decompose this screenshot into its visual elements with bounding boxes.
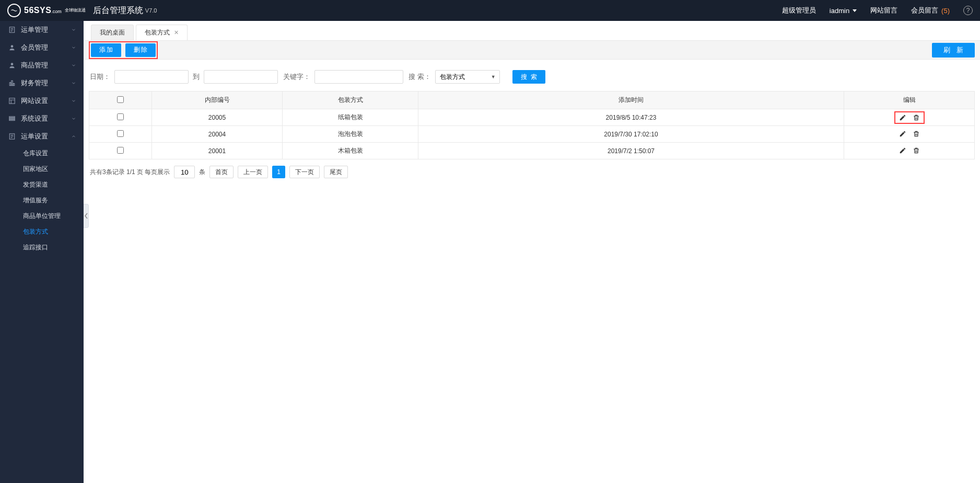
row-checkbox[interactable] (117, 130, 124, 137)
chevron-down-icon (71, 97, 76, 105)
trash-icon[interactable] (912, 146, 920, 155)
col-header-type: 包装方式 (283, 91, 418, 109)
filter-bar: 日期： 到 关键字： 搜 索： 包装方式 搜 索 (84, 60, 980, 91)
table-row: 20005纸箱包装2019/8/5 10:47:23 (89, 109, 975, 126)
header-site-msg[interactable]: 网站留言 (870, 6, 897, 15)
page-first-button[interactable]: 首页 (209, 166, 234, 178)
row-checkbox[interactable] (117, 147, 124, 154)
row-actions (899, 146, 920, 155)
logo-mark-icon (7, 4, 21, 17)
close-icon[interactable]: ✕ (174, 29, 179, 36)
tab-label: 我的桌面 (100, 28, 125, 37)
sidebar-item-1[interactable]: 会员管理 (0, 39, 84, 56)
tab-0[interactable]: 我的桌面 (91, 25, 134, 40)
app-header: 56SYS.com 全球物流通 后台管理系统 V7.0 超级管理员 iadmin… (0, 0, 980, 21)
page-current-button[interactable]: 1 (272, 166, 285, 178)
add-button[interactable]: 添加 (91, 43, 121, 57)
table-row: 20001木箱包装2019/7/2 1:50:07 (89, 143, 975, 159)
cell-type: 木箱包装 (283, 143, 418, 159)
date-from-input[interactable] (114, 70, 189, 84)
highlighted-action-group: 添加 删除 (89, 41, 158, 59)
sidebar-subitem-1[interactable]: 国家地区 (0, 161, 84, 177)
header-user-menu[interactable]: iadmin (830, 7, 857, 15)
app-title: 后台管理系统 (93, 5, 143, 16)
date-to-label: 到 (193, 72, 200, 82)
pagination-summary: 共有3条记录 1/1 页 每页展示 (90, 168, 170, 177)
edit-icon[interactable] (899, 113, 907, 122)
keyword-input[interactable] (314, 70, 403, 84)
sidebar-item-4[interactable]: 网站设置 (0, 92, 84, 110)
svg-rect-3 (9, 98, 15, 104)
row-checkbox[interactable] (117, 113, 124, 120)
chevron-down-icon (71, 26, 76, 34)
sidebar-item-label: 商品管理 (21, 61, 48, 70)
cell-type: 纸箱包装 (283, 109, 418, 126)
sidebar-subitem-6[interactable]: 追踪接口 (0, 239, 84, 255)
nav-icon (7, 79, 17, 87)
cell-id: 20001 (152, 143, 283, 159)
date-to-input[interactable] (204, 70, 278, 84)
sidebar-item-6[interactable]: 运单设置 (0, 128, 84, 145)
sidebar-item-0[interactable]: 运单管理 (0, 21, 84, 39)
sidebar-item-label: 会员管理 (21, 43, 48, 52)
chevron-down-icon (71, 62, 76, 70)
cell-id: 20004 (152, 126, 283, 143)
sidebar-item-label: 财务管理 (21, 78, 48, 88)
select-all-checkbox[interactable] (117, 96, 124, 103)
nav-icon (7, 26, 17, 33)
sidebar-item-5[interactable]: 系统设置 (0, 110, 84, 128)
sidebar-item-label: 运单管理 (21, 25, 48, 34)
nav-icon (7, 133, 17, 140)
date-label: 日期： (90, 72, 110, 82)
cell-time: 2019/8/5 10:47:23 (418, 109, 844, 126)
page-last-button[interactable]: 尾页 (324, 166, 348, 178)
chevron-down-icon (71, 79, 76, 87)
table-row: 20004泡泡包装2019/7/30 17:02:10 (89, 126, 975, 143)
trash-icon[interactable] (912, 113, 920, 122)
svg-point-2 (11, 63, 14, 65)
svg-rect-5 (9, 118, 15, 119)
sidebar-subitem-0[interactable]: 仓库设置 (0, 145, 84, 161)
sidebar: 运单管理会员管理商品管理财务管理网站设置系统设置运单设置 仓库设置国家地区发货渠… (0, 21, 84, 483)
search-field-label: 搜 索： (409, 72, 431, 82)
search-button[interactable]: 搜 索 (512, 70, 545, 84)
edit-icon[interactable] (899, 146, 907, 155)
sidebar-item-2[interactable]: 商品管理 (0, 56, 84, 74)
trash-icon[interactable] (912, 130, 920, 138)
sidebar-subitem-5[interactable]: 包装方式 (0, 224, 84, 239)
edit-icon[interactable] (899, 130, 907, 138)
header-member-msg[interactable]: 会员留言 (5) (911, 6, 950, 15)
logo-domain: .com (51, 9, 62, 14)
brand-logo: 56SYS.com 全球物流通 (7, 4, 86, 17)
page-prev-button[interactable]: 上一页 (238, 166, 268, 178)
svg-rect-4 (9, 117, 15, 118)
help-icon[interactable]: ? (963, 6, 973, 15)
pagination: 共有3条记录 1/1 页 每页展示 条 首页 上一页 1 下一页 尾页 (84, 159, 980, 185)
sidebar-subitem-4[interactable]: 商品单位管理 (0, 208, 84, 224)
refresh-button[interactable]: 刷 新 (932, 43, 975, 58)
col-header-edit: 编辑 (844, 91, 975, 109)
col-header-time: 添加时间 (418, 91, 844, 109)
data-table: 内部编号 包装方式 添加时间 编辑 20005纸箱包装2019/8/5 10:4… (89, 91, 975, 159)
row-actions (894, 111, 925, 124)
chevron-down-icon (71, 44, 76, 52)
svg-point-1 (11, 45, 14, 48)
tab-1[interactable]: 包装方式✕ (136, 25, 188, 40)
caret-down-icon (853, 9, 857, 12)
chevron-down-icon (71, 133, 76, 141)
per-page-input[interactable] (174, 166, 195, 178)
app-version: V7.0 (145, 7, 157, 14)
logo-tagline: 全球物流通 (65, 8, 86, 13)
sidebar-subitem-3[interactable]: 增值服务 (0, 192, 84, 208)
sidebar-item-3[interactable]: 财务管理 (0, 74, 84, 92)
sidebar-collapse-handle[interactable] (84, 204, 89, 228)
search-field-select[interactable]: 包装方式 (435, 70, 500, 84)
sidebar-item-label: 网站设置 (21, 96, 48, 106)
page-next-button[interactable]: 下一页 (289, 166, 320, 178)
sidebar-subitem-2[interactable]: 发货渠道 (0, 177, 84, 192)
main-content: 我的桌面包装方式✕ 添加 删除 刷 新 日期： 到 关键字： 搜 索： 包装方式… (84, 21, 980, 483)
cell-time: 2019/7/30 17:02:10 (418, 126, 844, 143)
col-header-id: 内部编号 (152, 91, 283, 109)
sidebar-item-label: 运单设置 (21, 132, 48, 141)
delete-button[interactable]: 删除 (125, 43, 156, 57)
